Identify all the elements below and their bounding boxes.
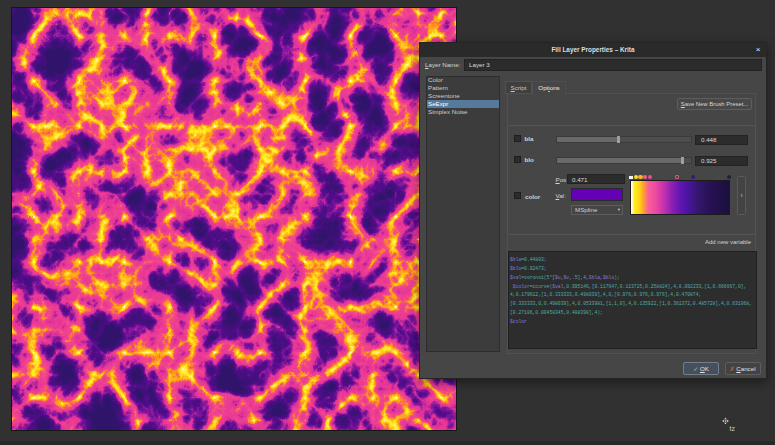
- svg-text:tz: tz: [730, 425, 736, 432]
